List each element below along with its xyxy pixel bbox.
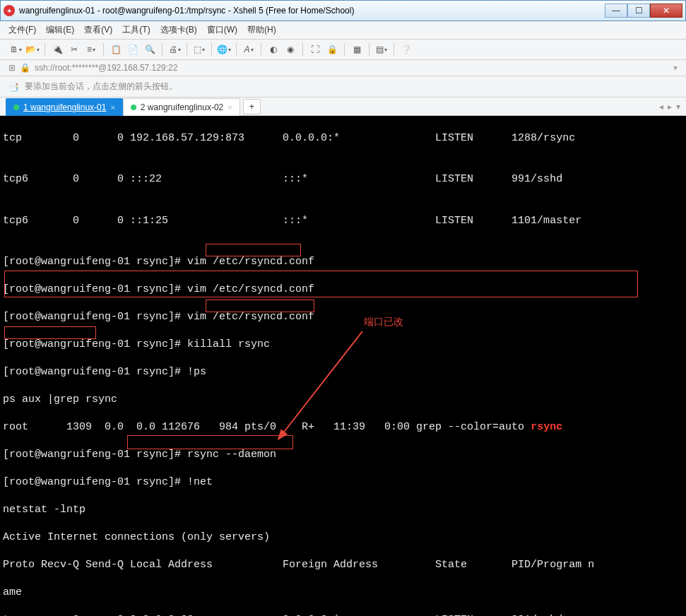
annotation-label: 端口已改 xyxy=(364,316,403,328)
status-dot-icon xyxy=(131,105,136,110)
menu-tools[interactable]: 工具(T) xyxy=(122,24,150,36)
color-scheme-icon[interactable]: ◐ xyxy=(266,42,280,57)
tab-scroll-left-icon[interactable]: ◂ xyxy=(659,102,663,112)
fullscreen-icon[interactable]: ⛶ xyxy=(308,42,322,57)
copy-icon[interactable]: 📋 xyxy=(109,42,123,57)
tab-list-icon[interactable]: ▾ xyxy=(676,102,680,112)
print-icon[interactable]: 🖨▾ xyxy=(167,42,182,57)
help-icon[interactable]: ❔ xyxy=(399,42,413,57)
menu-file[interactable]: 文件(F) xyxy=(8,24,36,36)
maximize-button[interactable]: ☐ xyxy=(627,4,650,18)
menu-bar: 文件(F) 编辑(E) 查看(V) 工具(T) 选项卡(B) 窗口(W) 帮助(… xyxy=(0,21,686,40)
menu-tabs[interactable]: 选项卡(B) xyxy=(160,24,197,36)
info-text: 要添加当前会话，点击左侧的箭头按钮。 xyxy=(25,81,177,93)
addr-dropdown-icon[interactable]: ⊞ xyxy=(8,63,16,73)
app-icon: ✦ xyxy=(4,5,15,16)
tab-label: 1 wangruifenglinux-01 xyxy=(23,102,106,112)
menu-help[interactable]: 帮助(H) xyxy=(247,24,276,36)
info-bar: 📑 要添加当前会话，点击左侧的箭头按钮。 xyxy=(0,76,686,97)
tab-bar: 1 wangruifenglinux-01 × 2 wangruifenglin… xyxy=(0,97,686,116)
tab-label: 2 wangruifenglinux-02 xyxy=(141,102,223,112)
minimize-button[interactable]: — xyxy=(605,4,627,18)
transfer-icon[interactable]: 🌐▾ xyxy=(217,42,231,57)
disconnect-icon[interactable]: ✂ xyxy=(67,42,81,57)
compose-icon[interactable]: ▦ xyxy=(350,42,364,57)
font-icon[interactable]: A▾ xyxy=(242,42,256,57)
tab-session-1[interactable]: 1 wangruifenglinux-01 × xyxy=(6,98,123,116)
highlight-icon[interactable]: ◉ xyxy=(283,42,297,57)
properties-icon[interactable]: ≡▾ xyxy=(84,42,98,57)
annotation-box xyxy=(127,435,293,449)
address-bar: ⊞ 🔒 ssh://root:********@192.168.57.129:2… xyxy=(0,60,686,76)
toolbar: 🗎▾ 📂▾ 🔌 ✂ ≡▾ 📋 📄 🔍 🖨▾ ⬚▾ 🌐▾ A▾ ◐ ◉ ⛶ 🔒 ▦… xyxy=(0,40,686,60)
window-titlebar: ✦ wangruifenglinux-01 - root@wangruifeng… xyxy=(0,0,686,21)
find-icon[interactable]: 🔍 xyxy=(143,42,157,57)
layout-icon[interactable]: ▤▾ xyxy=(374,42,389,57)
tab-close-icon[interactable]: × xyxy=(227,103,232,112)
terminal-output[interactable]: tcp 0 0 192.168.57.129:873 0.0.0.0:* LIS… xyxy=(0,116,686,616)
tab-scroll-right-icon[interactable]: ▸ xyxy=(668,102,672,112)
lock-status-icon: 🔒 xyxy=(20,63,30,73)
log-icon[interactable]: ⬚▾ xyxy=(192,42,206,57)
new-session-icon[interactable]: 🗎▾ xyxy=(8,42,23,57)
addr-chevron-icon[interactable]: ▾ xyxy=(673,63,678,73)
menu-view[interactable]: 查看(V) xyxy=(84,24,112,36)
address-text[interactable]: ssh://root:********@192.168.57.129:22 xyxy=(35,63,669,73)
window-title: wangruifenglinux-01 - root@wangruifeng-0… xyxy=(19,6,605,16)
tab-close-icon[interactable]: × xyxy=(110,103,114,112)
reconnect-icon[interactable]: 🔌 xyxy=(50,42,64,57)
paste-icon[interactable]: 📄 xyxy=(126,42,140,57)
close-button[interactable]: ✕ xyxy=(650,4,682,18)
status-dot-icon xyxy=(13,105,19,110)
tab-session-2[interactable]: 2 wangruifenglinux-02 × xyxy=(123,98,240,116)
menu-edit[interactable]: 编辑(E) xyxy=(46,24,74,36)
menu-window[interactable]: 窗口(W) xyxy=(207,24,237,36)
bookmark-add-icon[interactable]: 📑 xyxy=(8,82,19,92)
open-icon[interactable]: 📂▾ xyxy=(25,42,40,57)
lock-icon[interactable]: 🔒 xyxy=(325,42,339,57)
tab-add-button[interactable]: + xyxy=(243,99,261,114)
